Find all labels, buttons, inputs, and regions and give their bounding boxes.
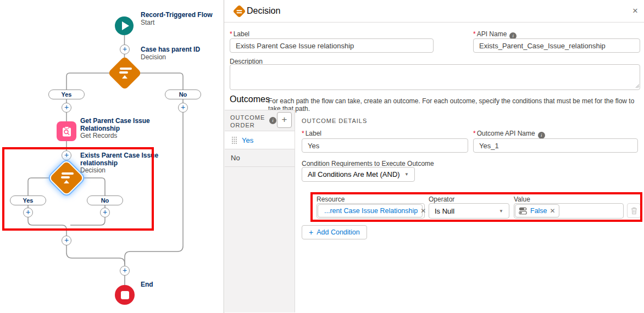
outcome-api-field-label: *Outcome API Namei — [473, 130, 545, 139]
resource-label: Resource — [317, 195, 345, 203]
flow-canvas[interactable]: Record-Triggered Flow Start + + + + + + … — [0, 0, 224, 313]
end-node[interactable] — [115, 285, 135, 305]
label-text: Resource — [317, 195, 345, 203]
label-text: Value — [514, 195, 530, 203]
remove-icon[interactable]: ✕ — [550, 207, 556, 215]
resource-combobox[interactable]: ...rent Case Issue Relationship ✕ — [317, 203, 425, 219]
dropdown-value: Is Null — [435, 207, 454, 215]
remove-icon[interactable]: ✕ — [420, 207, 426, 215]
decision-icon — [118, 68, 132, 79]
add-element-button[interactable]: + — [100, 208, 110, 217]
decision1-subtitle: Decision — [141, 54, 200, 62]
resource-pill-label: ...rent Case Issue Relationship — [324, 207, 418, 215]
panel-title: Decision — [247, 6, 280, 16]
outcome-order-item-yes[interactable]: Yes — [225, 131, 295, 149]
operator-dropdown[interactable]: Is Null ▼ — [429, 203, 509, 219]
add-condition-button[interactable]: + Add Condition — [302, 225, 367, 239]
outcome-order-item-no[interactable]: No — [225, 149, 295, 167]
decision-icon — [59, 172, 74, 183]
api-name-input[interactable] — [473, 38, 640, 53]
condition-requirements-label: Condition Requirements to Execute Outcom… — [302, 160, 434, 167]
label-field-label: *Label — [230, 30, 249, 38]
resource-pill[interactable]: ...rent Case Issue Relationship ✕ — [318, 204, 423, 217]
drag-handle-icon[interactable] — [231, 136, 237, 144]
required-marker: * — [473, 30, 476, 38]
flow-builder-app: Record-Triggered Flow Start + + + + + + … — [0, 0, 644, 313]
trash-icon — [631, 207, 637, 215]
branch-pill-no-2[interactable]: No — [87, 195, 123, 205]
start-subtitle: Start — [141, 19, 213, 27]
toggle-icon — [519, 207, 528, 215]
get-records-title2: Relationship — [80, 125, 150, 133]
decision2-title2: relationship — [80, 160, 158, 167]
label-text: Label — [234, 30, 249, 38]
info-icon[interactable]: i — [269, 117, 276, 124]
outcomes-heading: Outcomes — [230, 94, 270, 104]
start-node-label: Record-Triggered Flow Start — [141, 12, 213, 26]
outcome-label-field-label: *Label — [302, 130, 321, 137]
get-records-subtitle: Get Records — [80, 132, 150, 140]
branch-pill-yes-2[interactable]: Yes — [10, 195, 46, 205]
add-element-button[interactable]: + — [62, 103, 71, 113]
close-icon[interactable]: × — [632, 5, 638, 16]
label-text: Condition Requirements to Execute Outcom… — [302, 160, 434, 167]
get-records-title1: Get Parent Case Issue — [80, 118, 150, 125]
add-element-button[interactable]: + — [120, 44, 130, 54]
outcome-order-sidebar: OUTCOME ORDER i + Yes No — [225, 110, 295, 312]
decision2-subtitle: Decision — [80, 167, 158, 175]
label-text: Label — [306, 130, 321, 137]
get-records-label: Get Parent Case Issue Relationship Get R… — [80, 118, 150, 140]
value-label: Value — [514, 195, 530, 203]
start-title: Record-Triggered Flow — [141, 12, 213, 19]
add-element-button[interactable]: + — [62, 236, 71, 245]
outcome-order-heading: OUTCOME ORDER — [230, 114, 270, 129]
add-element-button[interactable]: + — [120, 266, 130, 276]
stop-icon — [121, 291, 129, 299]
label-input[interactable] — [230, 38, 434, 53]
label-text: Outcome API Name — [477, 130, 535, 137]
start-node[interactable] — [115, 16, 134, 35]
outcome-label-input[interactable] — [302, 138, 468, 153]
end-node-label: End — [141, 281, 153, 289]
plus-icon: + — [309, 228, 313, 237]
add-element-button[interactable]: + — [62, 150, 71, 160]
description-textarea[interactable] — [230, 64, 640, 90]
get-records-icon — [61, 126, 73, 137]
label-text: Operator — [429, 195, 454, 203]
dropdown-value: All Conditions Are Met (AND) — [308, 170, 400, 178]
play-icon — [122, 21, 129, 30]
decision1-label: Case has parent ID Decision — [141, 46, 200, 61]
condition-requirements-dropdown[interactable]: All Conditions Are Met (AND) ▼ — [302, 167, 415, 182]
decision-icon — [232, 4, 246, 18]
decision2-title1: Exists Parent Case Issue — [80, 152, 158, 160]
add-outcome-button[interactable]: + — [277, 112, 292, 128]
outcome-order-label: Yes — [242, 136, 253, 144]
required-marker: * — [473, 130, 476, 137]
add-element-button[interactable]: + — [23, 208, 33, 217]
decision1-title: Case has parent ID — [141, 46, 200, 54]
delete-condition-button[interactable] — [627, 203, 641, 218]
value-pill[interactable]: False ✕ — [515, 204, 559, 217]
operator-label: Operator — [429, 195, 454, 203]
add-condition-label: Add Condition — [317, 228, 360, 236]
outcome-order-label: No — [231, 154, 240, 162]
decision2-label: Exists Parent Case Issue relationship De… — [80, 152, 158, 175]
end-title: End — [141, 281, 153, 289]
outcomes-helper-text: For each path the flow can take, create … — [268, 97, 644, 113]
value-pill-label: False — [530, 207, 547, 215]
chevron-down-icon: ▼ — [404, 172, 409, 177]
decision-editor-panel: Decision × *Label *API Namei Description… — [224, 0, 644, 313]
required-marker: * — [230, 30, 232, 38]
add-element-button[interactable]: + — [178, 103, 188, 113]
outcome-api-input[interactable] — [473, 138, 638, 153]
panel-header: Decision × — [224, 0, 644, 23]
branch-pill-no[interactable]: No — [165, 90, 201, 99]
branch-pill-yes[interactable]: Yes — [48, 90, 85, 99]
required-marker: * — [302, 130, 304, 137]
get-records-node[interactable] — [57, 121, 76, 141]
outcome-details-heading: OUTCOME DETAILS — [302, 118, 367, 124]
label-text: API Name — [477, 30, 507, 38]
chevron-down-icon: ▼ — [499, 209, 503, 214]
value-combobox[interactable]: False ✕ — [514, 203, 624, 219]
